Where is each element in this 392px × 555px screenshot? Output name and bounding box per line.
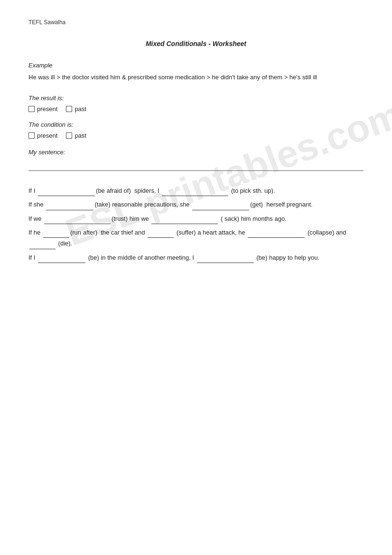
- result-past-label: past: [75, 105, 86, 113]
- worksheet-title: Mixed Conditionals - Worksheet: [28, 40, 364, 47]
- condition-present-item[interactable]: present: [28, 132, 57, 139]
- brand-label: TEFL Sawalha: [28, 19, 364, 26]
- exercise-1: If I (be afraid of) spiders, I (to pick …: [28, 185, 364, 196]
- blank-2-2[interactable]: [192, 203, 249, 210]
- blank-4-3[interactable]: [248, 230, 305, 238]
- condition-past-checkbox[interactable]: [66, 132, 72, 139]
- result-checkbox-row: present past: [28, 105, 364, 113]
- blank-2-1[interactable]: [46, 203, 93, 210]
- result-past-checkbox[interactable]: [66, 106, 72, 112]
- blank-1-2[interactable]: [162, 188, 228, 196]
- exercise-2: If she (take) reasonable precautions, sh…: [28, 199, 364, 210]
- condition-present-label: present: [37, 132, 57, 139]
- result-present-item[interactable]: present: [28, 105, 57, 113]
- blank-5-2[interactable]: [197, 255, 254, 263]
- blank-4-2[interactable]: [148, 230, 174, 238]
- condition-checkbox-row: present past: [28, 132, 364, 139]
- condition-present-checkbox[interactable]: [28, 132, 35, 139]
- condition-past-label: past: [75, 132, 86, 139]
- example-label: Example: [28, 62, 364, 69]
- blank-4-1[interactable]: [43, 230, 69, 238]
- sentence-write-line[interactable]: [28, 160, 364, 171]
- blank-3-1[interactable]: [44, 216, 111, 224]
- exercises-section: If I (be afraid of) spiders, I (to pick …: [28, 185, 364, 263]
- result-present-checkbox[interactable]: [28, 106, 35, 112]
- exercise-5: If I (be) in the middle of another meeti…: [28, 252, 364, 263]
- blank-4-4[interactable]: [29, 242, 56, 249]
- exercise-4: If he (run after) the car thief and (suf…: [28, 227, 364, 249]
- example-text: He was ill > the doctor visited him & pr…: [28, 73, 364, 83]
- result-present-label: present: [37, 105, 57, 113]
- blank-1-1[interactable]: [38, 188, 95, 196]
- result-past-item[interactable]: past: [66, 105, 86, 113]
- exercise-3: If we (trust) him we ( sack) him months …: [28, 213, 364, 224]
- blank-3-2[interactable]: [151, 216, 218, 224]
- my-sentence-label: My sentence:: [28, 149, 364, 156]
- condition-label: The condition is:: [28, 121, 364, 128]
- condition-past-item[interactable]: past: [66, 132, 86, 139]
- result-label: The result is:: [28, 94, 364, 102]
- blank-5-1[interactable]: [38, 255, 85, 263]
